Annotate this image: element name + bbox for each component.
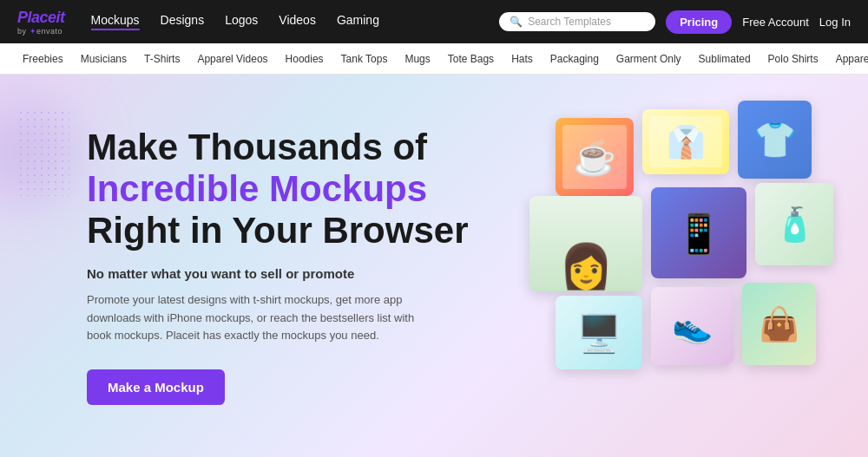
mockup-shirt-display (642, 109, 729, 174)
cat-sublimated[interactable]: Sublimated (690, 43, 760, 74)
mockup-person (529, 196, 642, 291)
cat-garment-only[interactable]: Garment Only (608, 43, 690, 74)
mockup-shoes (651, 287, 733, 365)
mockup-phone (651, 187, 746, 278)
cat-hats[interactable]: Hats (503, 43, 542, 74)
mockup-imac (556, 296, 642, 369)
hero-section: Make Thousands of Incredible Mockups Rig… (0, 75, 868, 457)
nav-videos[interactable]: Videos (279, 13, 316, 30)
mockup-bottle (755, 183, 833, 265)
free-account-link[interactable]: Free Account (742, 16, 809, 29)
main-nav-links: Mockups Designs Logos Videos Gaming (91, 13, 500, 30)
hero-subtitle: No matter what you want to sell or promo… (87, 266, 468, 281)
nav-logos[interactable]: Logos (225, 13, 258, 30)
cat-apparel-videos[interactable]: Apparel Videos (188, 43, 276, 74)
hero-description: Promote your latest designs with t-shirt… (87, 291, 417, 345)
pricing-button[interactable]: Pricing (666, 10, 732, 34)
search-icon: 🔍 (510, 16, 523, 28)
search-box[interactable]: 🔍 Search Templates (499, 12, 655, 31)
category-bar: Freebies Musicians T-Shirts Apparel Vide… (0, 43, 868, 75)
cat-packaging[interactable]: Packaging (542, 43, 608, 74)
cat-tote-bags[interactable]: Tote Bags (439, 43, 503, 74)
nav-mockups[interactable]: Mockups (91, 13, 140, 30)
cat-tank-tops[interactable]: Tank Tops (332, 43, 397, 74)
nav-gaming[interactable]: Gaming (337, 13, 379, 30)
cat-musicians[interactable]: Musicians (72, 43, 135, 74)
nav-right-area: 🔍 Search Templates Pricing Free Account … (499, 10, 851, 34)
mockup-tshirt (738, 101, 812, 179)
top-navigation: Placeit by ✦envato Mockups Designs Logos… (0, 0, 868, 43)
cat-freebies[interactable]: Freebies (14, 43, 72, 74)
cta-button[interactable]: Make a Mockup (87, 369, 225, 405)
mockup-bag (742, 283, 816, 365)
login-link[interactable]: Log In (819, 16, 851, 29)
hero-title: Make Thousands of Incredible Mockups Rig… (87, 127, 468, 252)
nav-designs[interactable]: Designs (161, 13, 205, 30)
hero-title-highlight: Incredible Mockups (87, 168, 427, 209)
hero-mockup-collage (503, 101, 833, 430)
cat-mugs[interactable]: Mugs (396, 43, 438, 74)
logo[interactable]: Placeit by ✦envato (17, 9, 65, 36)
cat-tshirts[interactable]: T-Shirts (135, 43, 188, 74)
hero-content: Make Thousands of Incredible Mockups Rig… (0, 127, 468, 405)
cat-apparel[interactable]: Apparel (827, 43, 868, 74)
cat-hoodies[interactable]: Hoodies (277, 43, 332, 74)
search-input[interactable]: Search Templates (528, 16, 611, 28)
cat-polo-shirts[interactable]: Polo Shirts (760, 43, 827, 74)
mockup-mug (556, 118, 634, 196)
